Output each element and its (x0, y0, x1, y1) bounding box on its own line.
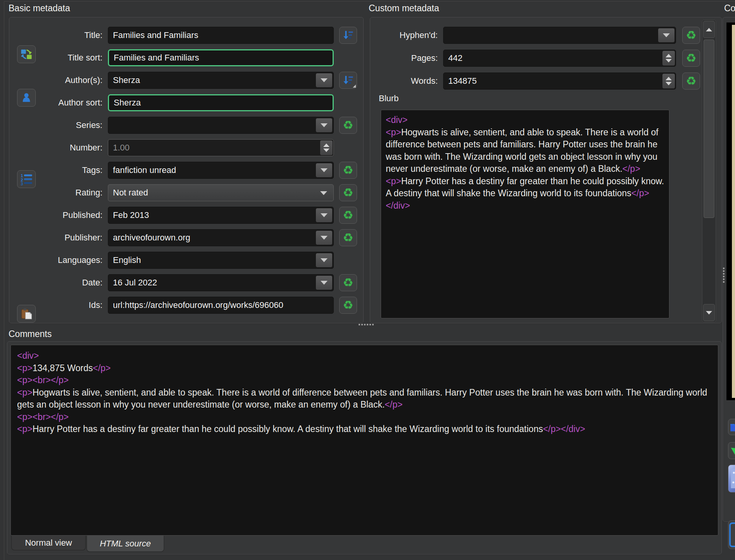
cover-browse-button[interactable] (728, 419, 735, 435)
clipboard-icon (20, 308, 33, 320)
languages-dropdown-button[interactable] (316, 253, 332, 267)
cover-image-button[interactable] (728, 465, 735, 493)
chevron-down-icon (321, 168, 328, 172)
spinner-down-icon (666, 59, 672, 62)
splitter-handle-horizontal[interactable] (359, 324, 374, 325)
series-number-row: Number: (17, 139, 357, 156)
languages-label: Languages: (39, 255, 108, 265)
scrollbar-down-button[interactable] (703, 304, 715, 321)
blurb-editor[interactable]: <div> <p>Hogwarts is alive, sentient, an… (382, 111, 668, 317)
series-row: Series: ♻ (17, 117, 357, 134)
ids-label: Ids: (39, 300, 108, 310)
pages-clear-button[interactable]: ♻ (682, 50, 700, 67)
hyphend-label: Hyphen'd: (380, 30, 443, 40)
rating-combobox[interactable]: Not rated (108, 184, 334, 201)
splitter-handle-vertical[interactable] (723, 268, 725, 283)
date-clear-button[interactable]: ♻ (339, 274, 357, 291)
chevron-down-icon (321, 78, 328, 82)
date-datebox[interactable]: 16 Jul 2022 (108, 274, 334, 291)
tags-row: 1 2 3 Tags: fanfiction unread ♻ (17, 162, 357, 179)
publisher-dropdown-button[interactable] (316, 231, 332, 245)
series-number-spinner[interactable] (320, 140, 333, 155)
book-outline-icon (729, 522, 735, 547)
series-dropdown-button[interactable] (316, 118, 332, 132)
languages-row: Languages: English (17, 252, 357, 269)
hyphend-dropdown-button[interactable] (658, 28, 674, 42)
title-sort-label: Title sort: (39, 53, 108, 63)
languages-combobox[interactable]: English (108, 252, 334, 269)
cover-image-edge (732, 25, 735, 398)
title-label: Title: (39, 30, 108, 40)
author-sort-input[interactable] (108, 94, 334, 111)
tags-combobox[interactable]: fanfiction unread (108, 162, 334, 179)
tags-label: Tags: (39, 165, 108, 175)
tab-html-source[interactable]: HTML source (87, 536, 164, 552)
comments-html-source-editor[interactable]: <div> <p>134,875 Words</p> <p><br></p> <… (12, 346, 717, 534)
comments-groupbox: <div> <p>134,875 Words</p> <p><br></p> <… (7, 341, 722, 555)
sort-arrow-icon (342, 74, 354, 86)
date-dropdown-button[interactable] (316, 276, 332, 290)
series-combobox[interactable] (108, 117, 334, 134)
recycle-icon: ♻ (686, 29, 697, 41)
paste-identifier-button[interactable] (17, 305, 36, 323)
scrollbar-thumb[interactable] (704, 40, 714, 218)
series-number-label: Number: (39, 143, 108, 153)
hyphend-combobox[interactable] (443, 27, 676, 44)
blurb-editor-frame: <div> <p>Hogwarts is alive, sentient, an… (381, 110, 669, 318)
auto-author-sort-button[interactable] (339, 72, 357, 89)
words-input[interactable] (443, 73, 676, 90)
custom-scrollbar[interactable] (702, 20, 716, 322)
rating-clear-button[interactable]: ♻ (339, 184, 357, 201)
comments-heading: Comments (9, 329, 52, 339)
date-row: Date: 16 Jul 2022 ♻ (17, 274, 357, 291)
comments-editor-frame: <div> <p>134,875 Words</p> <p><br></p> <… (10, 345, 718, 536)
date-label: Date: (39, 278, 108, 288)
hyphend-clear-button[interactable]: ♻ (682, 27, 700, 44)
publisher-row: Publisher: archiveofourown.org ♻ (17, 229, 357, 246)
pages-spinner[interactable] (662, 51, 675, 66)
published-label: Published: (39, 210, 108, 220)
basic-metadata-heading: Basic metadata (9, 3, 70, 14)
tab-normal-view[interactable]: Normal view (11, 536, 86, 550)
spinner-up-icon (666, 77, 672, 80)
published-row: Published: Feb 2013 ♻ (17, 207, 357, 224)
publisher-clear-button[interactable]: ♻ (339, 229, 357, 246)
authors-dropdown-button[interactable] (316, 73, 332, 87)
published-dropdown-button[interactable] (316, 208, 332, 222)
authors-combobox[interactable]: Sherza (108, 72, 334, 89)
published-datebox[interactable]: Feb 2013 (108, 207, 334, 224)
chevron-down-icon (321, 123, 328, 127)
rating-label: Rating: (39, 188, 108, 198)
publisher-combobox[interactable]: archiveofourown.org (108, 229, 334, 246)
cover-trim-button[interactable] (728, 442, 735, 459)
recycle-icon: ♻ (343, 187, 354, 199)
series-clear-button[interactable]: ♻ (339, 117, 357, 134)
words-clear-button[interactable]: ♻ (682, 73, 700, 90)
words-row: Words: ♻ (380, 73, 686, 90)
chevron-down-icon (663, 33, 670, 37)
title-row: Title: (17, 27, 357, 44)
recycle-icon: ♻ (343, 232, 354, 244)
chevron-down-icon (321, 213, 328, 217)
published-clear-button[interactable]: ♻ (339, 207, 357, 224)
scrollbar-up-button[interactable] (703, 21, 715, 38)
rating-value: Not rated (113, 185, 148, 201)
languages-value: English (113, 252, 141, 268)
scrollbar-up-icon (706, 28, 712, 31)
chevron-down-icon (321, 258, 328, 262)
ids-input[interactable] (108, 297, 334, 314)
words-spinner[interactable] (662, 74, 675, 88)
tags-clear-button[interactable]: ♻ (339, 162, 357, 179)
generate-cover-button[interactable] (728, 520, 735, 549)
ids-clear-button[interactable]: ♻ (339, 297, 357, 314)
spinner-down-icon (666, 82, 672, 85)
auto-title-sort-button[interactable] (339, 27, 357, 44)
title-input[interactable] (108, 27, 334, 44)
pages-input[interactable] (443, 50, 676, 67)
title-sort-input[interactable] (108, 49, 334, 66)
publisher-label: Publisher: (39, 233, 108, 243)
series-number-input[interactable] (108, 139, 334, 156)
authors-row: Author(s): Sherza (17, 72, 357, 89)
tags-dropdown-button[interactable] (316, 163, 332, 177)
spinner-up-icon (323, 143, 329, 147)
